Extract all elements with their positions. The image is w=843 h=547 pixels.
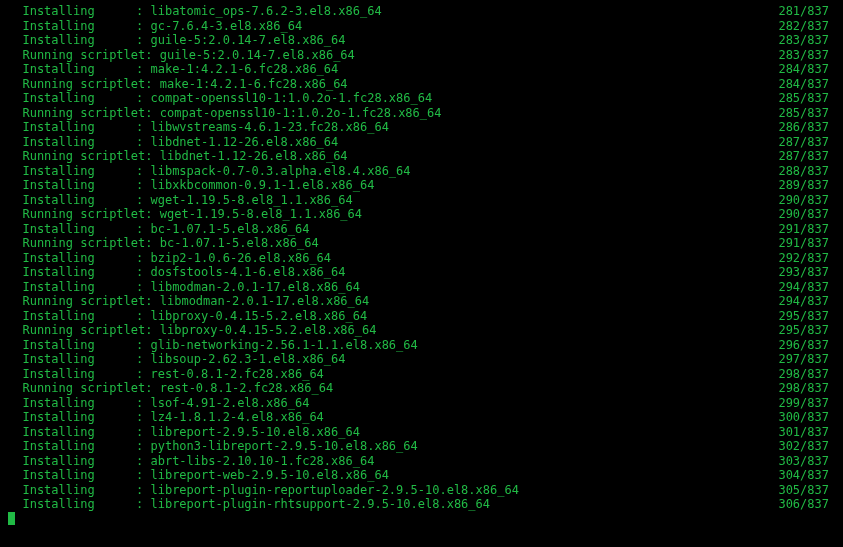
package-name: rest-0.8.1-2.fc28.x86_64 <box>160 381 333 396</box>
package-name: glib-networking-2.56.1-1.1.el8.x86_64 <box>150 338 417 353</box>
separator: : <box>145 323 159 338</box>
install-log-line: Installing: dosfstools-4.1-6.el8.x86_642… <box>8 265 835 280</box>
package-name: bzip2-1.0.6-26.el8.x86_64 <box>150 251 331 266</box>
separator: : <box>136 367 150 382</box>
install-log-line: Installing: wget-1.19.5-8.el8_1.1.x86_64… <box>8 193 835 208</box>
package-name: compat-openssl10-1:1.0.2o-1.fc28.x86_64 <box>150 91 432 106</box>
separator: : <box>136 468 150 483</box>
install-log-line: Installing: libwvstreams-4.6.1-23.fc28.x… <box>8 120 835 135</box>
progress-counter: 291/837 <box>769 222 835 237</box>
install-log-line: Installing: lz4-1.8.1.2-4.el8.x86_64300/… <box>8 410 835 425</box>
action-label: Installing <box>8 33 136 48</box>
separator: : <box>136 33 150 48</box>
install-log-line: Installing: libdnet-1.12-26.el8.x86_6428… <box>8 135 835 150</box>
package-name: abrt-libs-2.10.10-1.fc28.x86_64 <box>150 454 374 469</box>
progress-counter: 306/837 <box>769 497 835 512</box>
package-name: dosfstools-4.1-6.el8.x86_64 <box>150 265 345 280</box>
package-name: lz4-1.8.1.2-4.el8.x86_64 <box>150 410 323 425</box>
install-log-line: Installing: libmodman-2.0.1-17.el8.x86_6… <box>8 280 835 295</box>
install-log-line: Installing: glib-networking-2.56.1-1.1.e… <box>8 338 835 353</box>
package-name: libreport-web-2.9.5-10.el8.x86_64 <box>150 468 388 483</box>
action-label: Installing <box>8 497 136 512</box>
progress-counter: 290/837 <box>769 193 835 208</box>
package-name: wget-1.19.5-8.el8_1.1.x86_64 <box>160 207 362 222</box>
separator: : <box>136 497 150 512</box>
install-log-line: Running scriptlet: libproxy-0.4.15-5.2.e… <box>8 323 835 338</box>
package-name: libxkbcommon-0.9.1-1.el8.x86_64 <box>150 178 374 193</box>
package-name: make-1:4.2.1-6.fc28.x86_64 <box>160 77 348 92</box>
separator: : <box>145 294 159 309</box>
progress-counter: 288/837 <box>769 164 835 179</box>
install-log-line: Installing: libreport-2.9.5-10.el8.x86_6… <box>8 425 835 440</box>
package-name: guile-5:2.0.14-7.el8.x86_64 <box>150 33 345 48</box>
progress-counter: 283/837 <box>769 48 835 63</box>
install-log-line: Running scriptlet: libdnet-1.12-26.el8.x… <box>8 149 835 164</box>
progress-counter: 281/837 <box>769 4 835 19</box>
progress-counter: 303/837 <box>769 454 835 469</box>
separator: : <box>136 62 150 77</box>
install-log-line: Installing: abrt-libs-2.10.10-1.fc28.x86… <box>8 454 835 469</box>
separator: : <box>136 19 150 34</box>
terminal-output: Installing: libatomic_ops-7.6.2-3.el8.x8… <box>0 0 843 530</box>
action-label: Installing <box>8 425 136 440</box>
progress-counter: 298/837 <box>769 381 835 396</box>
install-log-line: Installing: compat-openssl10-1:1.0.2o-1.… <box>8 91 835 106</box>
progress-counter: 305/837 <box>769 483 835 498</box>
separator: : <box>145 236 159 251</box>
package-name: rest-0.8.1-2.fc28.x86_64 <box>150 367 323 382</box>
separator: : <box>145 106 159 121</box>
separator: : <box>136 309 150 324</box>
progress-counter: 304/837 <box>769 468 835 483</box>
separator: : <box>136 483 150 498</box>
progress-counter: 285/837 <box>769 106 835 121</box>
separator: : <box>136 193 150 208</box>
package-name: python3-libreport-2.9.5-10.el8.x86_64 <box>150 439 417 454</box>
package-name: libsoup-2.62.3-1.el8.x86_64 <box>150 352 345 367</box>
separator: : <box>145 381 159 396</box>
progress-counter: 286/837 <box>769 120 835 135</box>
package-name: guile-5:2.0.14-7.el8.x86_64 <box>160 48 355 63</box>
package-name: bc-1.07.1-5.el8.x86_64 <box>160 236 319 251</box>
action-label: Installing <box>8 19 136 34</box>
action-label: Installing <box>8 222 136 237</box>
prompt-line <box>8 512 835 527</box>
progress-counter: 282/837 <box>769 19 835 34</box>
separator: : <box>145 207 159 222</box>
action-label: Running scriptlet <box>8 106 145 121</box>
action-label: Installing <box>8 483 136 498</box>
action-label: Installing <box>8 193 136 208</box>
install-log-line: Installing: gc-7.6.4-3.el8.x86_64282/837 <box>8 19 835 34</box>
action-label: Installing <box>8 164 136 179</box>
action-label: Installing <box>8 468 136 483</box>
install-log-line: Installing: bzip2-1.0.6-26.el8.x86_64292… <box>8 251 835 266</box>
separator: : <box>136 251 150 266</box>
progress-counter: 293/837 <box>769 265 835 280</box>
install-log-line: Installing: libreport-web-2.9.5-10.el8.x… <box>8 468 835 483</box>
progress-counter: 292/837 <box>769 251 835 266</box>
progress-counter: 299/837 <box>769 396 835 411</box>
progress-counter: 291/837 <box>769 236 835 251</box>
action-label: Installing <box>8 280 136 295</box>
progress-counter: 284/837 <box>769 62 835 77</box>
progress-counter: 295/837 <box>769 309 835 324</box>
package-name: libdnet-1.12-26.el8.x86_64 <box>160 149 348 164</box>
cursor <box>8 512 15 525</box>
package-name: bc-1.07.1-5.el8.x86_64 <box>150 222 309 237</box>
separator: : <box>136 439 150 454</box>
separator: : <box>136 410 150 425</box>
separator: : <box>136 280 150 295</box>
install-log-line: Installing: python3-libreport-2.9.5-10.e… <box>8 439 835 454</box>
action-label: Installing <box>8 367 136 382</box>
separator: : <box>136 120 150 135</box>
separator: : <box>136 454 150 469</box>
separator: : <box>136 135 150 150</box>
package-name: libmodman-2.0.1-17.el8.x86_64 <box>150 280 360 295</box>
install-log-line: Installing: libmspack-0.7-0.3.alpha.el8.… <box>8 164 835 179</box>
action-label: Installing <box>8 396 136 411</box>
install-log-line: Running scriptlet: bc-1.07.1-5.el8.x86_6… <box>8 236 835 251</box>
package-name: gc-7.6.4-3.el8.x86_64 <box>150 19 302 34</box>
progress-counter: 300/837 <box>769 410 835 425</box>
install-log-line: Running scriptlet: compat-openssl10-1:1.… <box>8 106 835 121</box>
package-name: libmspack-0.7-0.3.alpha.el8.4.x86_64 <box>150 164 410 179</box>
progress-counter: 301/837 <box>769 425 835 440</box>
